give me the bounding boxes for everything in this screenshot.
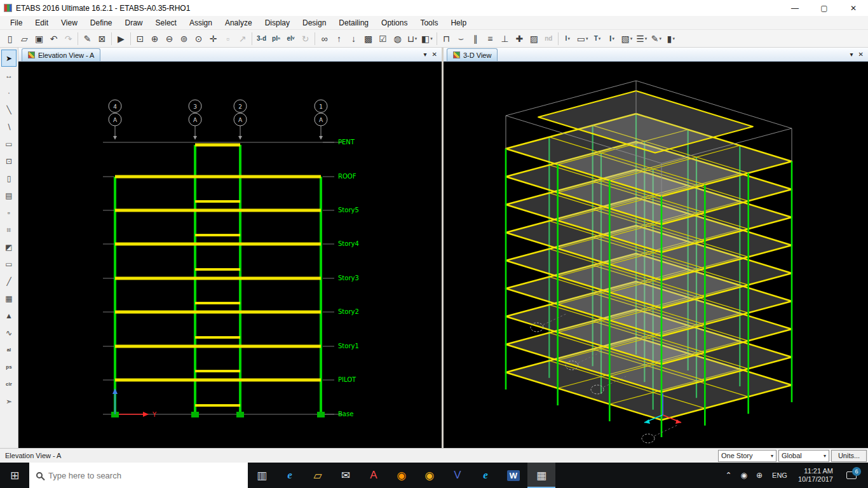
view-plan-button[interactable]: plⁿ bbox=[269, 31, 283, 46]
design-combo-icon[interactable]: ▨ bbox=[527, 31, 541, 46]
detailing-lines-icon[interactable]: ☰▾ bbox=[634, 31, 649, 46]
language-indicator[interactable]: ENG bbox=[767, 471, 792, 479]
tray-defender-icon[interactable]: ◉ bbox=[736, 471, 752, 480]
dropdown-arrow-icon[interactable]: ▾ bbox=[672, 36, 675, 41]
start-button[interactable]: ⊞ bbox=[0, 463, 29, 488]
dropdown-arrow-icon[interactable]: ▾ bbox=[430, 36, 433, 41]
draw-joint-icon[interactable]: · bbox=[1, 84, 17, 101]
shell-output-icon[interactable]: ≡ bbox=[483, 31, 498, 46]
taskbar-edge[interactable]: e bbox=[276, 463, 304, 488]
clear-selection-icon[interactable]: clr bbox=[1, 376, 17, 393]
reshape-object-icon[interactable]: ↔ bbox=[1, 67, 17, 84]
pane-menu-icon[interactable]: ▾ bbox=[424, 51, 427, 58]
frame-output-icon[interactable]: ∥ bbox=[468, 31, 483, 46]
draw-floor-icon[interactable]: ▯ bbox=[1, 170, 17, 187]
dropdown-arrow-icon[interactable]: ▾ bbox=[630, 36, 633, 41]
taskbar-mail[interactable]: ✉ bbox=[332, 463, 360, 488]
dropdown-arrow-icon[interactable]: ▾ bbox=[415, 36, 417, 41]
menu-options[interactable]: Options bbox=[375, 17, 414, 29]
quick-frame-icon[interactable]: ∖ bbox=[1, 118, 17, 135]
view-elevation-button[interactable]: elᵛ bbox=[283, 31, 298, 46]
story-mode-dropdown[interactable]: One Story bbox=[718, 450, 776, 462]
open-file-icon[interactable]: ▱ bbox=[17, 31, 32, 46]
run-analysis-icon[interactable]: ▶ bbox=[114, 31, 128, 46]
lock-model-icon[interactable]: ⊠ bbox=[95, 31, 109, 46]
select-pointer-icon[interactable]: ➤ bbox=[1, 50, 17, 67]
assign-display-icon[interactable]: ◍ bbox=[390, 31, 405, 46]
move-down-story-icon[interactable]: ↓ bbox=[346, 31, 361, 46]
taskbar-clock[interactable]: 11:21 AM 10/17/2017 bbox=[792, 467, 839, 484]
perspective-toggle-icon[interactable]: ∞ bbox=[317, 31, 332, 46]
taskbar-file-explorer[interactable]: ▱ bbox=[304, 463, 332, 488]
menu-define[interactable]: Define bbox=[84, 17, 119, 29]
pane-menu-icon[interactable]: ▾ bbox=[850, 51, 853, 58]
check-model-icon[interactable]: ✚ bbox=[512, 31, 527, 46]
detailing-pen-icon[interactable]: ✎▾ bbox=[649, 31, 663, 46]
report-icon[interactable]: ▮▾ bbox=[663, 31, 678, 46]
dropdown-arrow-icon[interactable]: ▾ bbox=[612, 36, 614, 41]
view-cube-icon[interactable]: ◧▾ bbox=[419, 31, 435, 46]
pan-icon[interactable]: ✛ bbox=[206, 31, 220, 46]
rubber-band-zoom-icon[interactable]: ⊡ bbox=[133, 31, 147, 46]
draw-wall-props-icon[interactable]: ⌣ bbox=[454, 31, 468, 46]
dropdown-arrow-icon[interactable]: ▾ bbox=[567, 36, 570, 41]
units-button[interactable]: Units... bbox=[831, 450, 867, 462]
pencil-draw-icon[interactable]: ✎ bbox=[80, 31, 95, 46]
display-options-icon[interactable]: ☑ bbox=[376, 31, 390, 46]
object-shrink-toggle-icon[interactable]: ▩ bbox=[361, 31, 376, 46]
support-assign-icon[interactable]: ⊥ bbox=[498, 31, 512, 46]
close-button[interactable]: ✕ bbox=[839, 0, 868, 16]
threed-view-canvas[interactable] bbox=[444, 62, 868, 448]
draw-door-icon[interactable]: ▭ bbox=[1, 255, 17, 273]
new-model-icon[interactable]: ▯ bbox=[3, 31, 17, 46]
elevation-view-canvas[interactable]: 4A3A2A1APENTROOFStory5Story4Story3Story2… bbox=[18, 62, 442, 448]
move-up-story-icon[interactable]: ↑ bbox=[332, 31, 346, 46]
draw-braces-icon[interactable]: ▭ bbox=[1, 135, 17, 152]
draw-grid-icon[interactable]: ▦ bbox=[1, 290, 17, 307]
quick-braces-icon[interactable]: ⊡ bbox=[1, 152, 17, 170]
save-icon[interactable]: ▣ bbox=[32, 31, 46, 46]
taskbar-visio[interactable]: V bbox=[444, 463, 471, 488]
menu-analyze[interactable]: Analyze bbox=[219, 17, 259, 29]
menu-tools[interactable]: Tools bbox=[414, 17, 444, 29]
draw-wall-icon[interactable]: ▫ bbox=[1, 204, 17, 221]
menu-display[interactable]: Display bbox=[259, 17, 296, 29]
pane-close-icon[interactable]: ✕ bbox=[858, 51, 864, 58]
menu-assign[interactable]: Assign bbox=[183, 17, 219, 29]
quick-wall-icon[interactable]: ⌗ bbox=[1, 221, 17, 238]
menu-draw[interactable]: Draw bbox=[119, 17, 149, 29]
quick-floor-icon[interactable]: ▤ bbox=[1, 187, 17, 204]
taskbar-etabs[interactable]: ▦ bbox=[527, 463, 555, 488]
zoom-full-icon[interactable]: ⊚ bbox=[177, 31, 191, 46]
composite-design-icon[interactable]: T▾ bbox=[590, 31, 605, 46]
menu-design[interactable]: Design bbox=[296, 17, 332, 29]
taskbar-edge-insider[interactable]: e bbox=[471, 463, 499, 488]
taskbar-chrome[interactable]: ◉ bbox=[416, 463, 444, 488]
draw-dimension-icon[interactable]: ▲ bbox=[1, 307, 17, 324]
zoom-previous-icon[interactable]: ⊙ bbox=[191, 31, 206, 46]
search-input[interactable] bbox=[48, 471, 241, 480]
menu-select[interactable]: Select bbox=[149, 17, 183, 29]
maximize-button[interactable]: ▢ bbox=[810, 0, 839, 16]
section-designer-icon[interactable]: I▾ bbox=[605, 31, 620, 46]
menu-detailing[interactable]: Detailing bbox=[332, 17, 375, 29]
taskbar-firefox[interactable]: ◉ bbox=[388, 463, 416, 488]
draw-window-icon[interactable]: ◩ bbox=[1, 238, 17, 255]
tab-3d-view[interactable]: 3-D View bbox=[447, 48, 498, 61]
draw-frame-props-icon[interactable]: ⊓ bbox=[439, 31, 454, 46]
action-center-button[interactable]: 6 bbox=[839, 471, 864, 479]
select-by-poly-icon[interactable]: ➣ bbox=[1, 393, 17, 410]
dropdown-arrow-icon[interactable]: ▾ bbox=[645, 36, 648, 41]
dropdown-arrow-icon[interactable]: ▾ bbox=[599, 36, 601, 41]
zoom-out-icon[interactable]: ⊖ bbox=[162, 31, 177, 46]
dropdown-arrow-icon[interactable]: ▾ bbox=[586, 36, 588, 41]
taskbar-word[interactable]: W bbox=[499, 463, 527, 488]
taskbar-acrobat[interactable]: A bbox=[360, 463, 388, 488]
view-3d-button[interactable]: 3-d bbox=[254, 31, 269, 46]
draw-ref-line-icon[interactable]: ╱ bbox=[1, 273, 17, 290]
concrete-design-icon[interactable]: ▭▾ bbox=[575, 31, 590, 46]
steel-design-icon[interactable]: I▾ bbox=[560, 31, 575, 46]
wall-design-icon[interactable]: ▧▾ bbox=[620, 31, 635, 46]
menu-file[interactable]: File bbox=[4, 17, 29, 29]
coord-system-dropdown[interactable]: Global bbox=[778, 450, 829, 462]
